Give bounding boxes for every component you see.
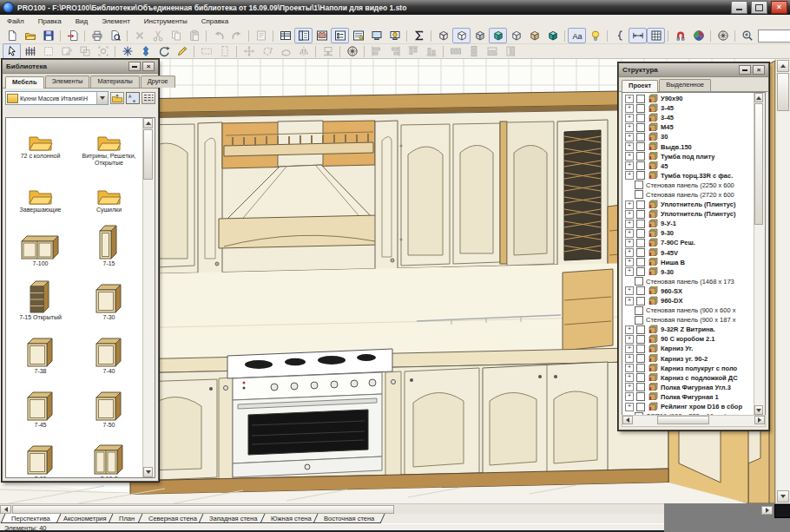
checkbox[interactable] — [636, 392, 645, 401]
dropdown-button[interactable] — [96, 92, 108, 104]
undo-arrow-button[interactable] — [209, 28, 227, 43]
library-path-combo[interactable]: Кухни Массив Италия\Н — [5, 91, 109, 105]
checkbox[interactable] — [636, 133, 645, 141]
expand-plus-icon[interactable]: + — [625, 239, 634, 247]
tree-row[interactable]: +30 — [622, 132, 754, 141]
pointer-select-button[interactable] — [3, 43, 21, 59]
library-item[interactable]: 7-40 — [75, 333, 143, 387]
structure-close-button[interactable]: × — [753, 65, 765, 75]
frame-horizontal-button[interactable] — [197, 43, 215, 59]
cube-hidden-lines-button[interactable] — [452, 28, 471, 43]
tree-row[interactable]: +90 С коробом 2.1 — [622, 334, 754, 344]
edit-element-button[interactable] — [57, 43, 76, 59]
properties-page-button[interactable] — [252, 28, 270, 43]
smooth-shading-button[interactable] — [610, 28, 629, 43]
menu-view[interactable]: Вид — [69, 16, 95, 27]
view-tab-Восточная стена[interactable]: Восточная стена — [313, 514, 385, 523]
align-floor-button[interactable] — [319, 43, 337, 59]
scroll-up-button[interactable] — [777, 60, 789, 72]
checkbox[interactable] — [635, 306, 643, 315]
checkbox[interactable] — [636, 345, 645, 353]
library-tab-Мебель[interactable]: Мебель — [5, 76, 44, 89]
grid-snap-button[interactable] — [647, 28, 665, 43]
library-item[interactable]: 7-60-2 — [75, 441, 143, 478]
furniture-panel-button[interactable] — [313, 28, 331, 43]
checkbox[interactable] — [636, 229, 645, 238]
align-right-button[interactable] — [385, 43, 404, 59]
library-item[interactable]: 7-50 — [75, 387, 143, 441]
pencil-draw-button[interactable] — [173, 43, 191, 59]
tree-row[interactable]: +Выдв.150 — [622, 141, 754, 151]
save-floppy-button[interactable] — [39, 28, 57, 43]
expand-plus-icon[interactable]: + — [625, 210, 634, 219]
magnet-snap-button[interactable] — [671, 28, 689, 43]
checkbox[interactable] — [636, 286, 645, 295]
menu-edit[interactable]: Правка — [31, 16, 69, 27]
align-bottom-button[interactable] — [422, 43, 440, 59]
tree-row[interactable]: Стеновая панель (2250 x 600 — [622, 181, 754, 190]
library-tab-Другое[interactable]: Другое — [141, 76, 175, 88]
tree-row[interactable]: +3-45 — [622, 103, 754, 113]
expand-plus-icon[interactable]: + — [625, 325, 634, 334]
expand-plus-icon[interactable]: + — [625, 335, 634, 344]
monitor-view-button[interactable] — [367, 28, 385, 43]
checkbox[interactable] — [636, 325, 645, 334]
dimensions-button[interactable] — [629, 28, 647, 43]
frame-vertical-button[interactable] — [215, 43, 234, 59]
view-tab-Северная стена[interactable]: Северная стена — [137, 514, 207, 523]
structure-minimize-button[interactable] — [739, 65, 751, 75]
checkbox[interactable] — [636, 239, 645, 247]
cube-colored-button[interactable] — [543, 28, 562, 43]
same-width-button[interactable] — [483, 43, 501, 59]
library-tab-Материалы[interactable]: Материалы — [90, 76, 139, 88]
scroll-right-button[interactable] — [754, 416, 765, 424]
tree-row[interactable]: +Тумба под плиту — [622, 152, 754, 161]
tree-row[interactable]: +Полка Фигурная 1 — [622, 392, 754, 402]
cube-wireframe-button[interactable] — [434, 28, 452, 43]
snap-points-button[interactable] — [118, 43, 136, 59]
tree-row[interactable]: +Полка Фигурная Угл.3 — [622, 383, 754, 392]
checkbox[interactable] — [636, 200, 645, 209]
text-labels-button[interactable]: Aa — [568, 28, 586, 43]
structure-vertical-scrollbar[interactable] — [754, 93, 765, 415]
same-height-button[interactable] — [501, 43, 519, 59]
expand-plus-icon[interactable]: + — [625, 345, 634, 353]
cube-flat-button[interactable] — [525, 28, 543, 43]
checkbox[interactable] — [635, 190, 643, 199]
rotate-view-button[interactable] — [155, 43, 173, 59]
expand-plus-icon[interactable]: + — [625, 200, 634, 209]
tree-row[interactable]: +М45 — [622, 122, 754, 132]
color-wheel-button[interactable] — [689, 28, 708, 43]
new-page-button[interactable] — [3, 28, 21, 43]
expand-plus-icon[interactable]: + — [625, 297, 634, 305]
scroll-down-button[interactable] — [143, 467, 153, 477]
checkbox[interactable] — [636, 354, 645, 363]
checkbox[interactable] — [636, 364, 645, 372]
checkbox[interactable] — [636, 335, 645, 344]
print-button[interactable] — [88, 28, 106, 43]
library-titlebar[interactable]: Библиотека × — [3, 60, 158, 74]
mirror-element-button[interactable] — [294, 43, 313, 59]
scroll-left-button[interactable] — [622, 416, 633, 424]
structure-horizontal-scrollbar[interactable] — [622, 415, 766, 427]
expand-plus-icon[interactable]: + — [625, 392, 634, 401]
expand-plus-icon[interactable]: + — [625, 95, 634, 103]
tree-row[interactable]: +Карниз Уг. — [622, 344, 754, 353]
tree-row[interactable]: +9-30 — [622, 267, 754, 277]
checkbox[interactable] — [636, 152, 645, 161]
checkbox[interactable] — [636, 403, 645, 411]
tree-row[interactable]: +7-90С Реш. — [622, 238, 754, 247]
expand-plus-icon[interactable]: + — [625, 133, 634, 141]
scroll-right-button[interactable] — [761, 506, 773, 515]
export-page-button[interactable] — [63, 28, 82, 43]
library-item[interactable]: Витрины, Решетки, Открытые — [75, 118, 143, 172]
group-elements-button[interactable] — [76, 43, 94, 59]
tree-row[interactable]: +9-32R Z Витрина. — [622, 325, 754, 334]
library-minimize-button[interactable] — [128, 62, 141, 71]
copy-pages-button[interactable] — [167, 28, 185, 43]
library-item[interactable]: 7-38 — [6, 333, 75, 387]
print-preview-button[interactable] — [106, 28, 124, 43]
library-item[interactable]: 7-15 Открытый — [6, 279, 75, 333]
library-item[interactable]: 7-45 — [6, 387, 75, 441]
expand-plus-icon[interactable]: + — [625, 220, 634, 228]
